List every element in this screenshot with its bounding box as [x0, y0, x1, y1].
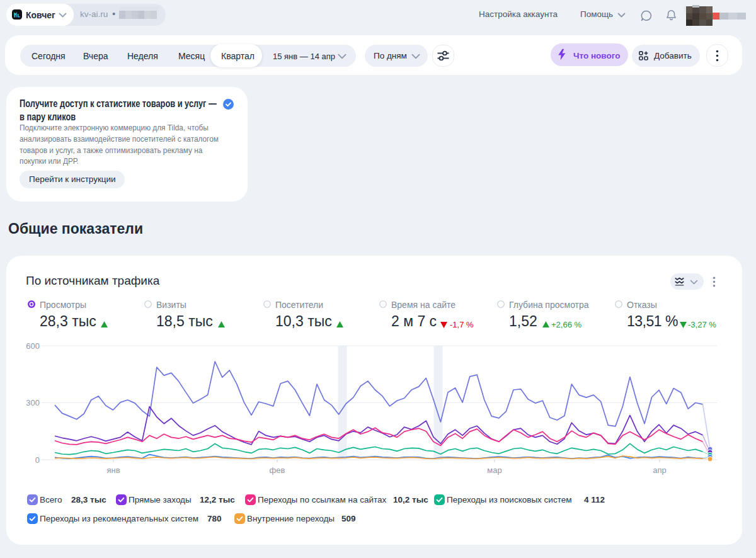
- svg-text:апр: апр: [653, 465, 667, 475]
- svg-text:янв: янв: [106, 465, 120, 475]
- svg-text:фев: фев: [270, 465, 285, 475]
- svg-text:300: 300: [26, 398, 40, 407]
- svg-text:мар: мар: [487, 465, 501, 475]
- svg-text:600: 600: [26, 341, 40, 351]
- svg-text:0: 0: [35, 455, 40, 465]
